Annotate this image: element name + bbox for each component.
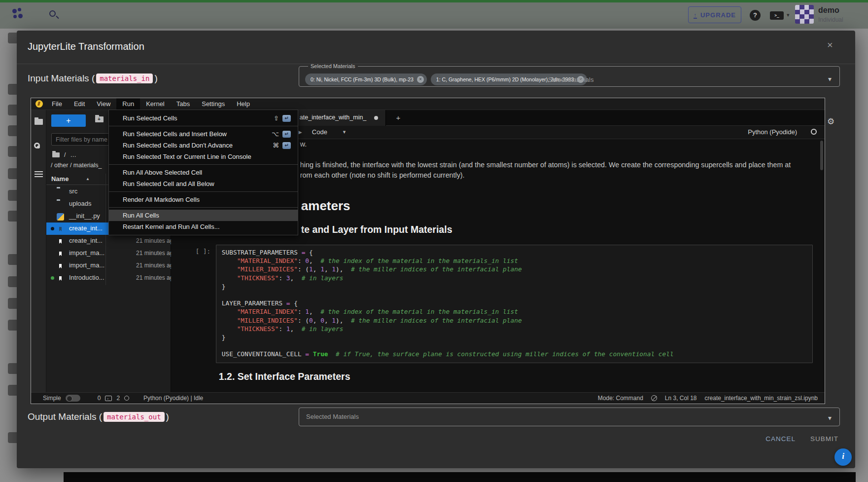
file-row-create-int[interactable]: create_int...21 minutes ago (46, 235, 171, 247)
menu-divider (109, 164, 298, 165)
cancel-button[interactable]: CANCEL (765, 435, 796, 443)
close-icon[interactable]: × (827, 39, 833, 51)
menu-item-label: Restart Kernel and Run All Cells... (123, 223, 220, 230)
user-name: demo (818, 6, 839, 15)
activity-bar (31, 110, 46, 392)
notifications-icon[interactable] (651, 395, 657, 401)
app-logo-icon[interactable] (12, 8, 27, 22)
name-column-header[interactable]: Name (51, 175, 69, 183)
breadcrumb-root[interactable]: / (64, 151, 66, 158)
menu-tabs[interactable]: Tabs (171, 98, 196, 110)
file-row-import-ma[interactable]: import_ma...21 minutes ago (46, 260, 171, 272)
dropdown-arrow-icon[interactable]: ▾ (828, 75, 832, 83)
menu-view[interactable]: View (91, 98, 116, 110)
terminal-icon[interactable]: >_ (105, 396, 112, 401)
output-materials-field[interactable]: Selected Materials ▾ (299, 408, 840, 426)
section-heading: 1.2. Set Interface Parameters (219, 371, 350, 382)
code-cell[interactable]: SUBSTRATE_PARAMETERS = { "MATERIAL_INDEX… (216, 245, 813, 363)
code-token: True (313, 350, 328, 358)
code-token: "MILLER_INDICES" (237, 317, 298, 324)
run-icon[interactable]: ▶ (299, 130, 302, 135)
code-token: # the miller indices of the interfacial … (351, 265, 522, 273)
jupyterlite-transformation-modal: JupyterLite Transformation × Input Mater… (17, 31, 855, 468)
chevron-down-icon[interactable]: ▾ (343, 129, 346, 135)
info-fab[interactable]: i (834, 448, 852, 466)
cell-type-select[interactable]: Code (312, 128, 327, 136)
code-token: 1 (332, 265, 336, 273)
terminals-count[interactable]: 0 (98, 395, 101, 402)
remove-chip-icon[interactable]: × (417, 76, 424, 83)
menu-item-label: Run Selected Cells and Insert Below (123, 130, 227, 138)
code-line: "THICKNESS": 3, # in layers (222, 274, 812, 283)
new-folder-icon[interactable] (95, 116, 104, 122)
file-name: create_int... (69, 237, 103, 244)
new-tab-button[interactable]: + (390, 110, 406, 126)
kernel-name[interactable]: Python (Pyodide) (748, 128, 797, 136)
command-key-icon: ⌘ (273, 140, 279, 151)
running-kernels-icon[interactable] (34, 143, 40, 148)
menu-kernel[interactable]: Kernel (140, 98, 171, 110)
table-of-contents-icon[interactable] (35, 171, 43, 177)
run-menu: Run Selected Cells⇧↵Run Selected Cells a… (108, 110, 298, 235)
menu-item-run-all-cells[interactable]: Run All Cells (109, 210, 298, 221)
menu-item-label: Run Selected Text or Current Line in Con… (123, 153, 251, 160)
code-line: } (222, 283, 812, 291)
menu-settings[interactable]: Settings (196, 98, 231, 110)
menu-file[interactable]: File (46, 98, 68, 110)
cursor-position[interactable]: Ln 3, Col 18 (665, 395, 697, 402)
menu-item-run-selected-text-or-current-line-in-console[interactable]: Run Selected Text or Current Line in Con… (109, 151, 298, 162)
menu-divider (109, 207, 298, 208)
submit-button[interactable]: SUBMIT (810, 435, 838, 443)
file-name: import_ma... (69, 261, 104, 269)
kernel-status[interactable]: Python (Pyodide) | Idle (143, 395, 203, 402)
file-browser-icon[interactable] (35, 119, 43, 125)
menu-item-run-selected-cell-and-all-below[interactable]: Run Selected Cell and All Below (109, 178, 298, 189)
new-launcher-button[interactable]: + (51, 114, 86, 127)
code-token: 1 (332, 317, 336, 324)
dropdown-arrow-icon[interactable]: ▾ (828, 414, 832, 422)
menu-item-restart-kernel-and-run-all-cells[interactable]: Restart Kernel and Run All Cells... (109, 221, 298, 232)
menu-run[interactable]: Run (116, 98, 140, 110)
breadcrumb-path[interactable]: / other / materials_ (51, 162, 102, 169)
file-row-introductio[interactable]: Introductio...21 minutes ago (46, 272, 171, 284)
status-right: Mode: Command Ln 3, Col 18 create_interf… (598, 395, 825, 402)
menu-item-render-all-markdown-cells[interactable]: Render All Markdown Cells (109, 194, 298, 205)
scrollbar-thumb[interactable] (820, 141, 823, 170)
selected-materials-field[interactable]: Selected Materials 0: Ni, Nickel, FCC (F… (299, 63, 840, 87)
home-folder-icon[interactable] (52, 152, 60, 157)
code-token: : (298, 308, 305, 315)
file-modified: 21 minutes ago (136, 250, 176, 257)
kernel-icon[interactable] (124, 396, 129, 401)
code-token: , (324, 265, 332, 273)
return-key-icon: ↵ (282, 142, 291, 149)
mode-indicator[interactable]: Mode: Command (598, 395, 643, 402)
menu-item-run-all-above-selected-cell[interactable]: Run All Above Selected Cell (109, 167, 298, 178)
kernels-count[interactable]: 2 (116, 395, 120, 402)
upgrade-button[interactable]: ↑UPGRADE (688, 6, 741, 23)
search-icon[interactable] (49, 10, 56, 17)
input-materials-label: Input Materials (materials_in) (28, 73, 158, 84)
menu-edit[interactable]: Edit (68, 98, 91, 110)
kernel-status-icon[interactable] (811, 129, 817, 135)
simple-mode-toggle[interactable] (66, 395, 80, 402)
kernel-dot (51, 276, 54, 280)
chevron-down-icon[interactable]: ▾ (787, 12, 790, 18)
menu-item-run-selected-cells[interactable]: Run Selected Cells⇧↵ (109, 112, 298, 124)
return-key-icon: ↵ (282, 115, 291, 122)
menu-item-run-selected-cells-and-insert-below[interactable]: Run Selected Cells and Insert Below⌥↵ (109, 128, 298, 140)
file-row-import-ma[interactable]: import_ma...21 minutes ago (46, 247, 171, 260)
code-token: : ( (298, 317, 309, 324)
modal-header: JupyterLite Transformation × (17, 31, 855, 64)
info-icon: i (834, 451, 852, 461)
settings-gear-icon[interactable]: ⚙ (827, 116, 834, 127)
sort-asc-icon[interactable]: ▲ (86, 177, 90, 181)
help-icon[interactable]: ? (750, 10, 761, 21)
terminal-icon[interactable]: >_ (770, 11, 784, 20)
code-token: = (282, 299, 294, 307)
menu-item-run-selected-cells-and-don-t-advance[interactable]: Run Selected Cells and Don't Advance⌘↵ (109, 140, 298, 151)
material-chip[interactable]: 0: Ni, Nickel, FCC (Fm-3m) 3D (Bulk), mp… (305, 74, 427, 85)
kernel-dot (51, 227, 54, 230)
menu-help[interactable]: Help (231, 98, 256, 110)
breadcrumb-ellipsis[interactable]: … (70, 151, 76, 158)
avatar[interactable] (795, 5, 814, 24)
